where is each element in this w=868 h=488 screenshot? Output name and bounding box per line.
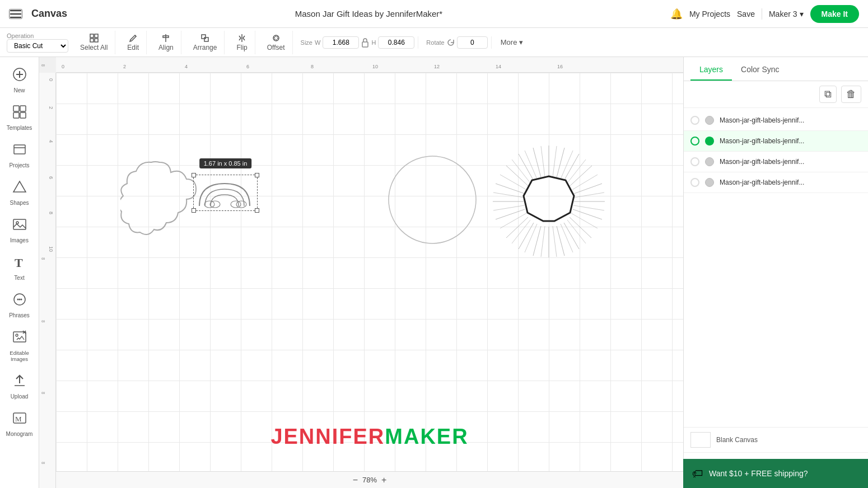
tab-layers[interactable]: Layers <box>690 57 732 81</box>
svg-rect-7 <box>204 37 208 41</box>
sidebar-item-upload[interactable]: Upload <box>0 368 39 405</box>
svg-line-62 <box>567 159 586 183</box>
my-projects-button[interactable]: My Projects <box>689 10 730 18</box>
align-button[interactable]: Align <box>155 31 178 54</box>
svg-point-26 <box>18 299 20 301</box>
circle-object[interactable] <box>386 154 476 243</box>
sidebar-item-images[interactable]: Images <box>0 212 39 249</box>
svg-line-69 <box>553 226 557 257</box>
resize-handle-tl[interactable] <box>192 173 196 177</box>
svg-line-42 <box>564 154 579 181</box>
sidebar-item-label: Monogram <box>6 431 33 437</box>
blank-canvas-row: Blank Canvas <box>684 427 868 452</box>
sidebar-item-shapes[interactable]: Shapes <box>0 174 39 212</box>
rotate-label: Rotate <box>426 39 444 46</box>
layer-visibility-radio[interactable] <box>690 116 699 125</box>
layer-item[interactable]: Mason-jar-gift-labels-jennif... <box>684 131 868 152</box>
notifications-icon[interactable]: 🔔 <box>670 8 683 20</box>
duplicate-layer-button[interactable]: ⧉ <box>819 86 837 103</box>
arrange-button[interactable]: Arrange <box>189 31 221 54</box>
size-label: Size <box>301 39 312 46</box>
canvas-grid[interactable]: 1.67 in x 0.85 in <box>56 73 683 471</box>
select-all-button[interactable]: Select All <box>76 31 111 54</box>
sidebar-item-new[interactable]: New <box>0 62 39 99</box>
canvas-area[interactable]: 0 2 4 6 8 10 12 14 16 0 2 4 6 8 10 <box>39 57 683 488</box>
topbar: Canvas Mason Jar Gift Ideas by JenniferM… <box>0 0 868 28</box>
edit-button[interactable]: Edit <box>123 31 143 54</box>
layer-name: Mason-jar-gift-labels-jennif... <box>720 137 861 145</box>
svg-rect-1 <box>95 34 98 37</box>
layer-visibility-radio[interactable] <box>690 137 699 146</box>
zoom-bar: − 78% + <box>56 471 683 488</box>
tab-color-sync[interactable]: Color Sync <box>732 57 788 81</box>
sidebar-item-editable-images[interactable]: Editable Images <box>0 324 39 368</box>
svg-line-64 <box>574 193 604 198</box>
svg-line-47 <box>570 217 591 238</box>
operation-label: Operation <box>7 32 34 39</box>
make-it-button[interactable]: Make It <box>810 5 859 23</box>
more-button[interactable]: More ▾ <box>496 36 528 49</box>
sunburst-object[interactable] <box>487 140 610 263</box>
resize-handle-bl[interactable] <box>192 208 196 213</box>
svg-text:T: T <box>15 256 23 269</box>
sidebar-item-monogram[interactable]: M Monogram <box>0 405 39 443</box>
promo-banner[interactable]: 🏷 Want $10 + FREE shipping? <box>683 459 868 488</box>
sidebar-item-templates[interactable]: Templates <box>0 99 39 137</box>
ruler-v-10-marker: ∞ <box>41 318 45 324</box>
h-label: H <box>371 39 376 46</box>
svg-line-63 <box>572 175 598 190</box>
resize-handle-tr[interactable] <box>255 173 259 177</box>
height-input[interactable] <box>378 36 414 49</box>
flip-button[interactable]: Flip <box>232 31 251 54</box>
flower-object[interactable] <box>120 157 199 238</box>
resize-handle-br[interactable] <box>255 208 259 213</box>
ruler-scroll-marker: ∞ <box>41 390 45 396</box>
width-input[interactable] <box>323 36 359 49</box>
size-group: Size W H <box>297 36 419 49</box>
sidebar-item-text[interactable]: T Text <box>0 249 39 287</box>
zoom-in-button[interactable]: + <box>381 475 386 485</box>
flip-group: Flip <box>229 31 255 54</box>
machine-selector[interactable]: Maker 3 ▾ <box>769 10 804 18</box>
hamburger-menu-button[interactable] <box>9 9 22 19</box>
topbar-right: 🔔 My Projects Save Maker 3 ▾ Make It <box>670 5 859 23</box>
svg-text:M: M <box>15 415 22 423</box>
delete-layer-button[interactable]: 🗑 <box>841 86 861 103</box>
sidebar-item-label: Upload <box>11 393 29 400</box>
sidebar-item-label: Phrases <box>9 312 30 318</box>
size-input-group: W H <box>315 36 414 49</box>
svg-point-29 <box>16 334 18 336</box>
layer-item[interactable]: Mason-jar-gift-labels-jennif... <box>684 152 868 172</box>
svg-line-44 <box>574 184 602 194</box>
offset-button[interactable]: Offset <box>263 31 289 54</box>
ruler-vertical: 0 2 4 6 8 10 <box>39 73 56 488</box>
sidebar-item-phrases[interactable]: Phrases <box>0 287 39 324</box>
selected-object[interactable]: 1.67 in x 0.85 in <box>193 175 258 211</box>
svg-rect-18 <box>20 112 26 118</box>
svg-line-73 <box>500 213 526 228</box>
save-button[interactable]: Save <box>737 10 755 18</box>
rotate-input[interactable] <box>457 36 488 49</box>
svg-line-66 <box>571 213 598 228</box>
sidebar-item-projects[interactable]: Projects <box>0 137 39 174</box>
layer-item[interactable]: Mason-jar-gift-labels-jennif... <box>684 172 868 193</box>
align-group: Align <box>151 31 181 54</box>
svg-line-75 <box>493 193 524 198</box>
sidebar-item-label: Templates <box>7 125 32 131</box>
operation-select[interactable]: Basic Cut <box>7 39 68 53</box>
svg-line-60 <box>553 146 557 177</box>
lock-icon <box>361 37 369 48</box>
svg-line-76 <box>500 175 526 190</box>
select-all-label: Select All <box>80 44 108 51</box>
svg-point-25 <box>17 299 18 301</box>
layer-visibility-radio[interactable] <box>690 178 699 187</box>
panel-actions: ⧉ 🗑 <box>684 81 868 108</box>
layer-item[interactable]: Mason-jar-gift-labels-jennif... <box>684 110 868 131</box>
layers-list: Mason-jar-gift-labels-jennif... Mason-ja… <box>684 108 868 427</box>
layer-visibility-radio[interactable] <box>690 157 699 166</box>
layer-name: Mason-jar-gift-labels-jennif... <box>720 179 861 186</box>
rotate-icon <box>447 39 455 46</box>
zoom-out-button[interactable]: − <box>353 475 358 485</box>
svg-point-37 <box>231 201 241 208</box>
svg-rect-16 <box>20 106 26 111</box>
